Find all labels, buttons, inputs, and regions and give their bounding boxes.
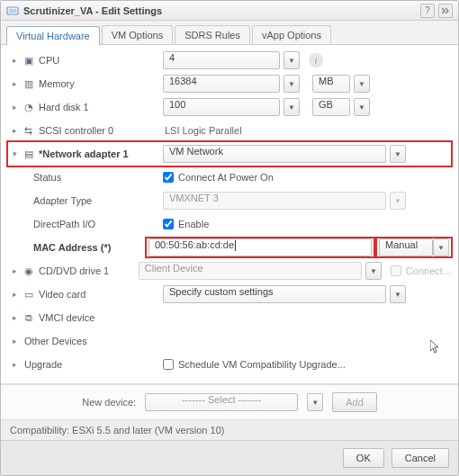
- disk1-value[interactable]: 100: [163, 98, 280, 116]
- collapse-nic1[interactable]: ▾: [10, 149, 19, 158]
- cpu-info-icon[interactable]: i: [309, 53, 323, 67]
- row-memory: ▸ ▥ Memory 16384 ▼ MB ▼: [8, 72, 451, 95]
- scsi0-value: LSI Logic Parallel: [163, 125, 242, 136]
- expand-disk1[interactable]: ▸: [10, 103, 19, 112]
- tab-vm-options[interactable]: VM Options: [102, 25, 173, 44]
- row-disk1: ▸ ◔ Hard disk 1 100 ▼ GB ▼: [8, 95, 451, 119]
- svg-rect-1: [9, 9, 16, 13]
- expand-other[interactable]: ▸: [10, 337, 19, 346]
- memory-value[interactable]: 16384: [163, 75, 280, 93]
- nic1-label: *Network adapter 1: [39, 148, 129, 159]
- expand-vmci[interactable]: ▸: [10, 313, 19, 322]
- row-scsi0: ▸ ⇆ SCSI controller 0 LSI Logic Parallel: [8, 119, 451, 142]
- row-cdrom: ▸ ◉ CD/DVD drive 1 Client Device ▼ Conne…: [8, 259, 451, 283]
- popout-button[interactable]: [438, 4, 453, 18]
- schedule-upgrade-label: Schedule VM Compatibility Upgrade...: [178, 359, 346, 370]
- adapter-type-select: VMXNET 3: [163, 192, 386, 210]
- row-cpu: ▸ ▣ CPU 4 ▼ i: [8, 49, 451, 72]
- upgrade-label: Upgrade: [24, 359, 62, 370]
- directpath-enable-label: Enable: [178, 219, 209, 229]
- adapter-type-dropdown: ▼: [390, 192, 406, 210]
- connect-at-power-on: Connect At Power On: [163, 172, 274, 183]
- disk1-label: Hard disk 1: [39, 102, 89, 112]
- cpu-label: CPU: [39, 55, 59, 66]
- cdrom-select[interactable]: Client Device: [139, 262, 362, 280]
- memory-unit-dropdown[interactable]: ▼: [354, 75, 370, 93]
- cpu-dropdown[interactable]: ▼: [284, 51, 300, 69]
- disk1-unit-dropdown[interactable]: ▼: [354, 98, 370, 116]
- nic-icon: ▤: [22, 148, 35, 160]
- add-button[interactable]: Add: [332, 392, 377, 412]
- cdrom-icon: ◉: [22, 265, 35, 277]
- schedule-upgrade-checkbox[interactable]: [163, 359, 174, 370]
- schedule-upgrade: Schedule VM Compatibility Upgrade...: [163, 359, 346, 370]
- tab-virtual-hardware[interactable]: Virtual Hardware: [6, 26, 100, 45]
- row-nic1: ▾ ▤ *Network adapter 1 VM Network ▼: [8, 142, 451, 166]
- directpath-enable: Enable: [163, 219, 209, 229]
- cdrom-label: CD/DVD drive 1: [39, 265, 109, 276]
- expand-cpu[interactable]: ▸: [10, 56, 19, 65]
- expand-scsi0[interactable]: ▸: [10, 126, 19, 135]
- row-video: ▸ ▭ Video card Specify custom settings ▼: [8, 283, 451, 306]
- row-nic1-adapter-type: Adapter Type VMXNET 3 ▼: [8, 189, 451, 212]
- row-nic1-status: Status Connect At Power On: [8, 166, 451, 189]
- mac-mode-select[interactable]: Manual: [379, 238, 433, 256]
- tab-vapp-options[interactable]: vApp Options: [252, 25, 331, 44]
- connect-at-power-on-checkbox[interactable]: [163, 172, 174, 183]
- new-device-label: New device:: [82, 397, 136, 408]
- mac-mode-highlight: Manual ▼: [375, 237, 453, 258]
- memory-label: Memory: [39, 78, 75, 89]
- row-vmci: ▸ ⧉ VMCI device: [8, 306, 451, 329]
- mac-input-highlight: 00:50:56:ab:cd:de: [145, 237, 375, 258]
- nic1-directpath-label: DirectPath I/O: [33, 219, 95, 229]
- ok-button[interactable]: OK: [343, 448, 384, 468]
- video-icon: ▭: [22, 288, 35, 301]
- cdrom-connect: Connect...: [391, 265, 451, 276]
- expand-memory[interactable]: ▸: [10, 79, 19, 88]
- cdrom-connect-label: Connect...: [406, 265, 451, 276]
- expand-cdrom[interactable]: ▸: [10, 266, 19, 275]
- memory-stepper[interactable]: ▼: [284, 75, 300, 93]
- vmci-label: VMCI device: [39, 312, 94, 323]
- disk1-unit[interactable]: GB: [312, 98, 350, 116]
- nic1-adapter-type-label: Adapter Type: [33, 195, 92, 206]
- vm-icon: [6, 4, 19, 17]
- connect-at-power-on-label: Connect At Power On: [178, 172, 274, 183]
- tab-sdrs-rules[interactable]: SDRS Rules: [175, 25, 250, 44]
- row-upgrade: ▸ Upgrade Schedule VM Compatibility Upgr…: [8, 353, 451, 376]
- memory-unit[interactable]: MB: [312, 75, 350, 93]
- scsi-icon: ⇆: [22, 124, 35, 137]
- nic1-status-label: Status: [33, 172, 61, 183]
- cdrom-connect-checkbox: [391, 265, 401, 276]
- video-select[interactable]: Specify custom settings: [163, 285, 386, 303]
- help-button[interactable]: ?: [420, 4, 435, 18]
- compatibility-text: Compatibility: ESXi 5.5 and later (VM ve…: [10, 425, 224, 436]
- mac-address-input[interactable]: 00:50:56:ab:cd:de: [148, 238, 372, 256]
- vmci-icon: ⧉: [22, 311, 35, 324]
- nic1-network-dropdown[interactable]: ▼: [390, 145, 406, 163]
- video-label: Video card: [39, 289, 86, 300]
- other-label: Other Devices: [24, 336, 87, 346]
- row-nic1-mac: MAC Address (*) 00:50:56:ab:cd:de Manual…: [8, 236, 451, 259]
- cpu-icon: ▣: [22, 54, 35, 67]
- row-nic1-directpath: DirectPath I/O Enable: [8, 212, 451, 236]
- window-title: Scrutinizer_VA - Edit Settings: [23, 5, 417, 16]
- scsi0-label: SCSI controller 0: [39, 125, 113, 136]
- nic1-network-select[interactable]: VM Network: [163, 145, 386, 163]
- cdrom-dropdown[interactable]: ▼: [365, 262, 382, 280]
- nic1-mac-label: MAC Address (*): [33, 242, 111, 253]
- disk-icon: ◔: [22, 101, 35, 113]
- mac-mode-dropdown[interactable]: ▼: [433, 238, 449, 256]
- cancel-button[interactable]: Cancel: [392, 448, 449, 468]
- expand-video[interactable]: ▸: [10, 290, 19, 299]
- expand-upgrade[interactable]: ▸: [10, 360, 19, 369]
- disk1-stepper[interactable]: ▼: [284, 98, 300, 116]
- memory-icon: ▥: [22, 77, 35, 90]
- directpath-enable-checkbox[interactable]: [163, 219, 174, 229]
- new-device-select[interactable]: ------- Select -------: [145, 393, 298, 411]
- video-dropdown[interactable]: ▼: [390, 285, 406, 303]
- new-device-dropdown[interactable]: ▼: [307, 393, 323, 411]
- cpu-value[interactable]: 4: [163, 51, 280, 69]
- row-other-devices: ▸ Other Devices: [8, 329, 451, 353]
